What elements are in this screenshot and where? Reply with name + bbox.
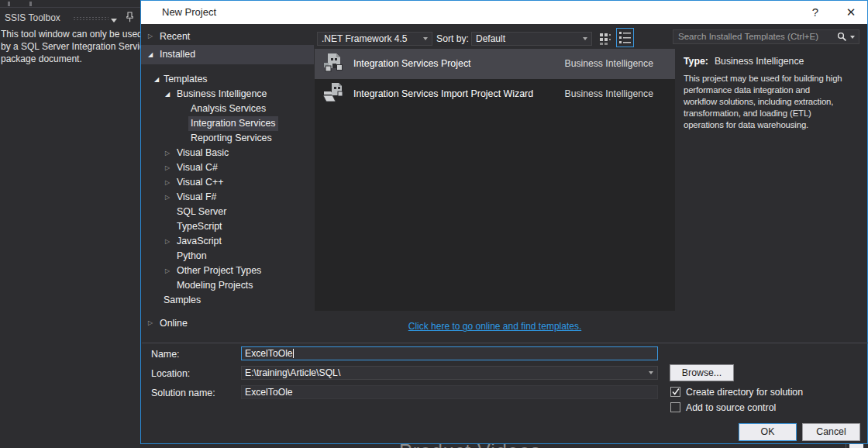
- tree-item-sql-server[interactable]: SQL Server: [141, 205, 314, 219]
- chevron-down-icon[interactable]: [649, 371, 653, 374]
- source-control-checkbox[interactable]: [670, 402, 680, 412]
- template-category: Business Intelligence: [565, 79, 654, 109]
- collapsed-arrow-icon[interactable]: ▷: [165, 190, 170, 205]
- type-label: Type:: [684, 56, 708, 67]
- tree-item-business-intelligence[interactable]: ◢Business Intelligence: [141, 87, 314, 102]
- collapsed-arrow-icon[interactable]: ▷: [165, 234, 170, 249]
- cancel-button[interactable]: Cancel: [802, 423, 860, 441]
- sort-dropdown-value: Default: [476, 33, 505, 44]
- tree-item-label: Other Project Types: [177, 264, 261, 278]
- expanded-arrow-icon[interactable]: ◢: [148, 45, 153, 64]
- template-nav-panel: ▷ Recent ◢ Installed ◢Templates◢Business…: [141, 24, 314, 342]
- toolbar-mark: [29, 2, 32, 6]
- tree-item-label: TypeScript: [177, 219, 222, 234]
- tree-item-other-project-types[interactable]: ▷Other Project Types: [141, 264, 314, 278]
- tree-item-visual-f[interactable]: ▷Visual F#: [141, 190, 314, 205]
- tree-item-templates[interactable]: ◢Templates: [141, 72, 314, 87]
- tree-item-modeling-projects[interactable]: Modeling Projects: [141, 278, 314, 293]
- collapsed-arrow-icon[interactable]: ▷: [165, 146, 170, 160]
- tree-item-integration-services[interactable]: Integration Services: [141, 116, 314, 131]
- collapsed-arrow-icon[interactable]: ▷: [165, 264, 170, 278]
- tree-item-visual-basic[interactable]: ▷Visual Basic: [141, 146, 314, 160]
- ssis-project-icon: [322, 51, 346, 76]
- ok-button[interactable]: OK: [739, 423, 797, 441]
- collapsed-arrow-icon[interactable]: ▷: [148, 315, 153, 332]
- search-input[interactable]: Search Installed Templates (Ctrl+E): [673, 29, 859, 44]
- solution-name-label: Solution name:: [151, 387, 215, 399]
- create-directory-checkbox[interactable]: [670, 387, 680, 397]
- nav-item-recent[interactable]: ▷ Recent: [141, 28, 314, 45]
- sort-dropdown[interactable]: Default: [471, 32, 592, 46]
- template-item-integration-services-project[interactable]: Integration Services ProjectBusiness Int…: [315, 49, 675, 79]
- framework-dropdown[interactable]: .NET Framework 4.5: [317, 32, 432, 46]
- search-placeholder: Search Installed Templates (Ctrl+E): [678, 30, 818, 43]
- search-options-chevron-icon[interactable]: [850, 36, 855, 39]
- nav-item-label: Online: [160, 315, 188, 332]
- help-button[interactable]: ?: [808, 1, 823, 24]
- expanded-arrow-icon[interactable]: ◢: [165, 87, 170, 102]
- search-icon[interactable]: [837, 32, 847, 42]
- panel-menu-chevron-icon[interactable]: [111, 19, 117, 22]
- panel-drag-grip[interactable]: [73, 16, 108, 22]
- online-templates-link-row: Click here to go online and find templat…: [315, 321, 675, 332]
- pin-icon[interactable]: [126, 12, 134, 22]
- tree-item-analysis-services[interactable]: Analysis Services: [141, 102, 314, 116]
- nav-item-label: Installed: [160, 45, 195, 64]
- vs-background-window: SSIS Toolbox This tool window can only b…: [0, 0, 140, 448]
- template-item-integration-services-import-project-wizard[interactable]: Integration Services Import Project Wiza…: [315, 79, 675, 109]
- type-value: Business Intelligence: [715, 56, 804, 67]
- create-directory-label: Create directory for solution: [686, 387, 803, 398]
- form-separator: [142, 343, 868, 343]
- online-templates-link[interactable]: Click here to go online and find templat…: [408, 321, 581, 332]
- tree-item-label: Integration Services: [188, 116, 278, 131]
- tree-item-javascript[interactable]: ▷JavaScript: [141, 234, 314, 249]
- tree-item-visual-c[interactable]: ▷Visual C++: [141, 175, 314, 190]
- template-category: Business Intelligence: [565, 49, 654, 79]
- chevron-down-icon: [583, 37, 587, 40]
- framework-dropdown-value: .NET Framework 4.5: [322, 33, 407, 44]
- small-icons-view-button[interactable]: [600, 33, 612, 45]
- tree-item-samples[interactable]: Samples: [141, 293, 314, 308]
- tree-item-label: Modeling Projects: [177, 278, 253, 293]
- project-name-value: ExcelToOle: [245, 348, 293, 359]
- solution-name-input[interactable]: ExcelToOle: [241, 385, 658, 399]
- project-name-input[interactable]: ExcelToOle: [241, 346, 658, 360]
- tree-item-typescript[interactable]: TypeScript: [141, 219, 314, 234]
- template-type-line: Type:Business Intelligence: [684, 56, 804, 67]
- tree-item-label: Reporting Services: [191, 131, 272, 146]
- tree-item-label: Visual Basic: [177, 146, 229, 160]
- collapsed-arrow-icon[interactable]: ▷: [148, 28, 153, 45]
- tree-item-reporting-services[interactable]: Reporting Services: [141, 131, 314, 146]
- nav-item-installed[interactable]: ◢ Installed: [141, 45, 314, 64]
- toolbar-mark: [8, 2, 10, 6]
- list-view-button[interactable]: [616, 28, 634, 47]
- chevron-down-icon: [423, 37, 428, 40]
- location-value: E:\training\Article\SQL\: [245, 367, 340, 378]
- browse-button[interactable]: Browse...: [670, 364, 734, 381]
- expanded-arrow-icon[interactable]: ◢: [154, 72, 159, 87]
- tree-item-label: SQL Server: [177, 205, 226, 219]
- location-combobox[interactable]: E:\training\Article\SQL\: [241, 366, 658, 380]
- background-scrollbar-button[interactable]: [849, 444, 863, 448]
- tree-item-label: Python: [177, 249, 207, 264]
- sort-by-label: Sort by:: [436, 32, 469, 46]
- tree-item-label: Analysis Services: [191, 102, 266, 116]
- dialog-title: New Project: [162, 1, 216, 24]
- template-list: Integration Services ProjectBusiness Int…: [315, 49, 675, 311]
- tree-item-label: Samples: [164, 293, 201, 308]
- nav-item-label: Recent: [160, 28, 190, 45]
- collapsed-arrow-icon[interactable]: ▷: [165, 175, 170, 190]
- text-caret: [293, 349, 294, 358]
- dialog-titlebar: New Project ? ✕: [141, 1, 867, 24]
- tree-item-python[interactable]: Python: [141, 249, 314, 264]
- close-button[interactable]: ✕: [842, 1, 859, 24]
- tree-item-label: Visual C#: [177, 160, 218, 175]
- background-toolbar-strip: [0, 0, 140, 8]
- tree-item-visual-c[interactable]: ▷Visual C#: [141, 160, 314, 175]
- background-scrollbar-line: [846, 444, 846, 448]
- collapsed-arrow-icon[interactable]: ▷: [165, 160, 170, 175]
- ssis-message-line: This tool window can only be used: [1, 28, 140, 40]
- ssis-message-line: by a SQL Server Integration Servic: [1, 40, 140, 53]
- nav-item-online[interactable]: ▷ Online: [141, 315, 314, 332]
- tree-item-label: Business Intelligence: [177, 87, 267, 102]
